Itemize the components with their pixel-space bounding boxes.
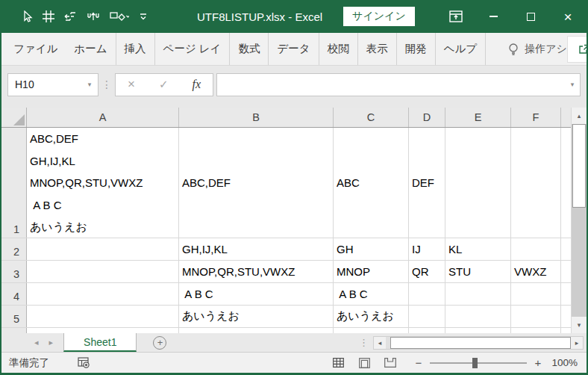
share-button[interactable]: 共有 [567, 36, 588, 63]
cell-E3[interactable]: STU [445, 261, 511, 282]
cell-D3[interactable]: QR [409, 261, 445, 282]
sign-in-button[interactable]: サインイン [343, 7, 415, 26]
scroll-up-button[interactable]: ▴ [572, 108, 587, 124]
tab-insert[interactable]: 挿入 [116, 33, 154, 65]
column-header-F[interactable]: F [511, 108, 561, 127]
formula-bar-expand-icon[interactable]: ▾ [565, 81, 580, 88]
new-sheet-button[interactable]: + [153, 336, 166, 350]
column-header-C[interactable]: C [334, 108, 409, 127]
row-header-3[interactable]: 3 [1, 261, 27, 282]
cell-C3[interactable]: MNOP [334, 261, 409, 282]
cell-A1[interactable]: ABC,DEF GH,IJ,KL MNOP,QR,STU,VWXZ A B C … [27, 128, 179, 238]
vertical-scrollbar-thumb[interactable] [572, 124, 586, 208]
cell-A5[interactable] [27, 306, 179, 327]
zoom-level-label[interactable]: 100% [545, 357, 579, 368]
tab-data[interactable]: データ [268, 33, 318, 65]
cell-E2[interactable]: KL [445, 238, 511, 260]
tab-file[interactable]: ファイル [1, 33, 66, 65]
cursor-icon[interactable] [21, 10, 33, 23]
zoom-slider-thumb[interactable] [472, 358, 478, 368]
ribbon-display-options-button[interactable] [437, 0, 475, 33]
scroll-down-button[interactable]: ▾ [572, 317, 587, 333]
cell-B5[interactable]: あいうえお [179, 306, 334, 327]
close-button[interactable]: × [549, 0, 587, 33]
tab-formulas[interactable]: 数式 [229, 33, 268, 65]
crop-marks-icon[interactable] [43, 10, 54, 22]
cell-D2[interactable]: IJ [409, 238, 445, 260]
scroll-left-icon: ◂ [378, 339, 382, 347]
zoom-out-button[interactable]: − [412, 356, 425, 369]
row-header-4[interactable]: 4 [1, 283, 27, 305]
cell-D5[interactable] [409, 306, 445, 327]
row-header-1[interactable]: 1 [1, 128, 27, 238]
tab-view[interactable]: 表示 [357, 33, 396, 65]
horizontal-scrollbar-thumb[interactable] [390, 337, 571, 349]
page-break-preview-button[interactable] [382, 355, 398, 371]
column-header-B[interactable]: B [179, 108, 334, 127]
cell-B2[interactable]: GH,IJ,KL [179, 238, 334, 260]
cell-F3[interactable]: VWXZ [511, 261, 561, 282]
name-box-dropdown-icon[interactable]: ▾ [81, 81, 98, 88]
page-layout-view-button[interactable] [356, 355, 372, 371]
cell-C1[interactable]: ABC [334, 128, 409, 238]
cell-C5[interactable]: あいうえお [334, 306, 409, 327]
zoom-in-button[interactable]: + [531, 356, 545, 369]
maximize-button[interactable] [512, 0, 549, 33]
row-header-2[interactable]: 2 [1, 238, 27, 260]
cell-A3[interactable] [27, 261, 179, 282]
scroll-right-button[interactable]: ▸ [571, 337, 583, 349]
cell-E1[interactable] [445, 128, 511, 238]
zoom-control: − + 100% [412, 356, 579, 369]
tab-review[interactable]: 校閲 [319, 33, 357, 65]
tab-developer[interactable]: 開発 [396, 33, 435, 65]
column-header-D[interactable]: D [409, 108, 445, 127]
cell-F5[interactable] [511, 306, 561, 327]
tab-page-layout[interactable]: ページ レイ [154, 33, 230, 65]
vertical-scrollbar[interactable]: ▴ ▾ [571, 108, 587, 333]
name-box[interactable]: H10 ▾ [7, 73, 98, 96]
cell-A2[interactable] [27, 238, 179, 260]
scroll-left-button[interactable]: ◂ [374, 337, 386, 349]
normal-view-button[interactable] [330, 355, 346, 371]
cell-F2[interactable] [511, 238, 561, 260]
cell-E4[interactable] [445, 283, 511, 305]
shapes-icon[interactable] [110, 10, 129, 23]
cell-C2[interactable]: GH [334, 238, 409, 260]
row-header-5[interactable]: 5 [1, 306, 27, 327]
cell-B1[interactable]: ABC,DEF [179, 128, 334, 238]
cell-A6-partial [27, 328, 179, 333]
cell-D4[interactable] [409, 283, 445, 305]
horizontal-scrollbar[interactable]: ◂ ▸ [373, 336, 584, 350]
formula-bar-input[interactable]: ▾ [216, 73, 581, 96]
insert-function-icon[interactable]: fx [192, 78, 201, 91]
cell-E5[interactable] [445, 306, 511, 327]
enter-formula-icon[interactable]: ✓ [159, 78, 169, 91]
cell-C6-partial [334, 328, 409, 333]
select-all-button[interactable] [1, 108, 27, 127]
vertical-scrollbar-track[interactable] [572, 208, 587, 317]
sheet-bar-separator[interactable]: ⋮ [354, 337, 373, 348]
sheet-tab-sheet1[interactable]: Sheet1 [63, 333, 137, 352]
outline-promote-icon[interactable] [64, 10, 77, 22]
cell-C4[interactable]: A B C [334, 283, 409, 305]
sheet-nav-left-icon[interactable]: ◂ [34, 338, 39, 347]
cell-D1[interactable]: DEF [409, 128, 445, 238]
arrow-up-rows-icon[interactable] [87, 10, 100, 22]
column-header-E[interactable]: E [445, 108, 511, 127]
tell-me-assist[interactable]: 操作アシ [508, 33, 567, 65]
customize-qat-icon[interactable] [139, 12, 148, 21]
sheet-nav-right-icon[interactable]: ▸ [49, 338, 54, 347]
zoom-slider-track[interactable] [430, 362, 527, 364]
tab-help[interactable]: ヘルプ [435, 33, 487, 65]
formula-bar-separator[interactable]: ⋮ [98, 78, 115, 90]
cancel-formula-icon[interactable]: × [128, 77, 135, 92]
tab-home[interactable]: ホーム [66, 33, 115, 65]
cell-F4[interactable] [511, 283, 561, 305]
cell-B3[interactable]: MNOP,QR,STU,VWXZ [179, 261, 334, 282]
macro-record-button[interactable] [78, 357, 90, 368]
cell-B4[interactable]: A B C [179, 283, 334, 305]
cell-A4[interactable] [27, 283, 179, 305]
cell-F1[interactable] [511, 128, 561, 238]
minimize-button[interactable] [475, 0, 512, 33]
column-header-A[interactable]: A [27, 108, 179, 127]
